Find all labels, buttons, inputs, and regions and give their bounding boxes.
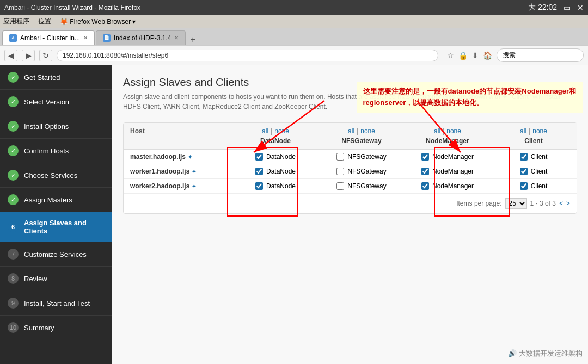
step-icon-customize: 7 <box>8 249 19 260</box>
menu-applications[interactable]: 应用程序 <box>3 17 29 26</box>
row1-datanode-label: DataNode <box>266 153 296 161</box>
next-page-button[interactable]: > <box>566 200 570 207</box>
row2-nfs-checkbox[interactable] <box>336 168 344 175</box>
tab-label-hdp: Index of /HDP-3.1.4 <box>114 34 171 42</box>
address-icons: ☆ 🔒 ⬇ 🏠 <box>447 51 492 60</box>
row2-nm-checkbox[interactable] <box>421 168 429 175</box>
table-row: worker1.hadoop.ljs ✦ DataNode NF <box>124 164 577 179</box>
step-icon-assign-masters: ✓ <box>8 194 19 205</box>
home-icon[interactable]: 🏠 <box>483 51 492 60</box>
col-none-datanode[interactable]: none <box>274 127 289 135</box>
row2-datanode-checkbox[interactable] <box>255 168 263 175</box>
sidebar-label-confirm-hosts: Confirm Hosts <box>24 147 69 155</box>
menu-location[interactable]: 位置 <box>38 17 51 26</box>
watermark: 🔊 大数据开发运维架构 <box>508 349 583 359</box>
col-none-nm[interactable]: none <box>446 127 461 135</box>
tab-add-button[interactable]: + <box>187 35 198 45</box>
back-button[interactable]: ◀ <box>4 50 17 61</box>
row3-nfs-label: NFSGateway <box>347 182 386 190</box>
tab-ambari[interactable]: A Ambari - Cluster In... ✕ <box>2 30 95 45</box>
reload-button[interactable]: ↻ <box>39 50 52 61</box>
title-bar-left: Ambari - Cluster Install Wizard - Mozill… <box>4 4 140 11</box>
row2-client-label: Client <box>531 168 548 175</box>
table-header: Host all | none DataNode <box>124 123 577 150</box>
row3-host-icon: ✦ <box>192 183 196 189</box>
row1-nfs-checkbox[interactable] <box>336 153 344 161</box>
row1-nodemanager: NodeManager <box>405 153 491 161</box>
prev-page-button[interactable]: < <box>559 200 563 207</box>
col-none-nfs[interactable]: none <box>360 127 375 135</box>
address-bar: ◀ ▶ ↻ 192.168.0.101:8080/#/installer/ste… <box>0 46 588 65</box>
col-allnone-nfs: all | none <box>348 127 375 135</box>
sidebar-item-summary[interactable]: 10 Summary <box>0 316 112 340</box>
sidebar-item-install-options[interactable]: ✓ Install Options <box>0 114 112 139</box>
row1-datanode-checkbox[interactable] <box>255 153 263 161</box>
table-footer: Items per page: 25 50 1 - 3 of 3 < > <box>124 194 577 213</box>
row3-client-checkbox[interactable] <box>520 182 528 190</box>
items-per-page-label: Items per page: <box>456 200 501 207</box>
sidebar-label-install: Install, Start and Test <box>24 299 90 307</box>
row3-datanode-label: DataNode <box>266 182 296 190</box>
col-header-nfsgateway: all | none NFSGateway <box>318 127 405 145</box>
col-all-datanode[interactable]: all <box>262 127 268 135</box>
col-label-client: Client <box>524 137 542 145</box>
watermark-text: 🔊 大数据开发运维架构 <box>508 349 583 359</box>
menu-firefox[interactable]: 🦊 Firefox Web Browser ▾ <box>60 18 136 26</box>
step-icon-choose-services: ✓ <box>8 170 19 181</box>
bookmark-icon[interactable]: ☆ <box>447 51 454 60</box>
sidebar-item-get-started[interactable]: ✓ Get Started <box>0 65 112 90</box>
row1-nm-checkbox[interactable] <box>421 153 429 161</box>
app-body: ✓ Get Started ✓ Select Version ✓ Install… <box>0 65 588 364</box>
url-box[interactable]: 192.168.0.101:8080/#/installer/step6 <box>57 50 438 61</box>
col-header-datanode: all | none DataNode <box>232 127 318 145</box>
col-all-client[interactable]: all <box>520 127 526 135</box>
sidebar-item-assign-slaves[interactable]: 6 Assign Slaves and Clients <box>0 212 112 242</box>
row1-client-checkbox[interactable] <box>520 153 528 161</box>
shield-icon[interactable]: 🔒 <box>458 51 468 60</box>
step-icon-assign-slaves: 6 <box>8 221 19 232</box>
row3-nfsgateway: NFSGateway <box>318 182 405 190</box>
items-per-page-select[interactable]: 25 50 <box>505 198 527 209</box>
download-icon[interactable]: ⬇ <box>472 51 479 60</box>
window-controls: 大 22:02 ▭ ✕ <box>528 3 584 13</box>
sidebar-label-get-started: Get Started <box>24 73 60 82</box>
page-title: Assign Slaves and Clients <box>123 76 577 89</box>
step-icon-install-options: ✓ <box>8 121 19 132</box>
step-icon-confirm-hosts: ✓ <box>8 145 19 156</box>
tab-favicon-ambari: A <box>9 34 17 42</box>
sidebar: ✓ Get Started ✓ Select Version ✓ Install… <box>0 65 112 364</box>
sidebar-label-install-options: Install Options <box>24 122 69 131</box>
sidebar-item-choose-services[interactable]: ✓ Choose Services <box>0 163 112 188</box>
sidebar-item-select-version[interactable]: ✓ Select Version <box>0 90 112 114</box>
tab-hdp[interactable]: 📄 Index of /HDP-3.1.4 ✕ <box>96 30 186 45</box>
minimize-icon[interactable]: ▭ <box>564 3 571 12</box>
sidebar-item-assign-masters[interactable]: ✓ Assign Masters <box>0 188 112 212</box>
sidebar-item-review[interactable]: 8 Review <box>0 267 112 291</box>
forward-button[interactable]: ▶ <box>22 50 35 61</box>
col-all-nfs[interactable]: all <box>348 127 354 135</box>
sidebar-item-install[interactable]: 9 Install, Start and Test <box>0 291 112 316</box>
col-header-nodemanager: all | none NodeManager <box>405 127 491 145</box>
row1-datanode: DataNode <box>232 153 318 161</box>
close-icon[interactable]: ✕ <box>577 3 584 12</box>
sidebar-item-confirm-hosts[interactable]: ✓ Confirm Hosts <box>0 139 112 163</box>
row2-nm-label: NodeManager <box>432 168 474 175</box>
row3-nm-checkbox[interactable] <box>421 182 429 190</box>
col-header-client: all | none Client <box>491 127 577 145</box>
step-icon-review: 8 <box>8 273 19 284</box>
row3-nodemanager: NodeManager <box>405 182 491 190</box>
col-all-nm[interactable]: all <box>434 127 440 135</box>
sidebar-label-assign-slaves: Assign Slaves and Clients <box>24 219 105 235</box>
row3-datanode: DataNode <box>232 182 318 190</box>
col-label-nm: NodeManager <box>426 137 469 145</box>
row3-datanode-checkbox[interactable] <box>255 182 263 190</box>
tab-close-ambari[interactable]: ✕ <box>83 35 88 41</box>
pagination-info: 1 - 3 of 3 <box>530 200 556 207</box>
row2-client-checkbox[interactable] <box>520 168 528 175</box>
search-box[interactable]: 搜索 <box>497 48 584 62</box>
col-none-client[interactable]: none <box>532 127 547 135</box>
tab-close-hdp[interactable]: ✕ <box>174 35 179 41</box>
row3-nfs-checkbox[interactable] <box>336 182 344 190</box>
sidebar-item-customize[interactable]: 7 Customize Services <box>0 242 112 267</box>
row3-nm-label: NodeManager <box>432 182 474 190</box>
